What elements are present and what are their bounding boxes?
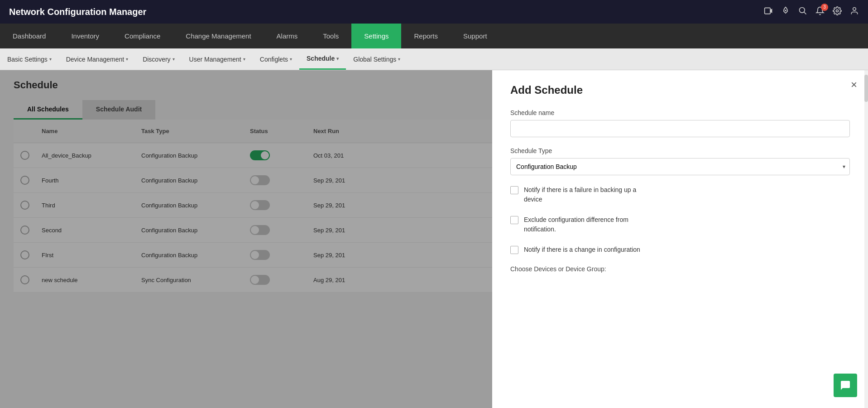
- top-icons: 3: [764, 6, 859, 18]
- chevron-down-icon: ▾: [126, 57, 128, 62]
- modal-title: Add Schedule: [510, 84, 850, 96]
- nav-reports[interactable]: Reports: [401, 24, 451, 48]
- svg-point-3: [800, 7, 805, 13]
- nav-change-management[interactable]: Change Management: [173, 24, 264, 48]
- checkbox-row-3: Notify if there is a change in configura…: [510, 245, 850, 254]
- rocket-icon[interactable]: [781, 6, 790, 18]
- schedule-name-group: Schedule name: [510, 109, 850, 137]
- scrollbar-track[interactable]: [864, 70, 868, 408]
- chevron-down-icon: ▾: [290, 57, 292, 62]
- schedule-name-label: Schedule name: [510, 109, 850, 116]
- schedule-type-group: Schedule Type Configuration Backup Sync …: [510, 147, 850, 175]
- subnav-schedule[interactable]: Schedule ▾: [299, 48, 346, 70]
- chevron-down-icon: ▾: [398, 57, 400, 62]
- user-icon[interactable]: [850, 6, 859, 18]
- top-bar: Network Configuration Manager 3: [0, 0, 868, 24]
- app-title: Network Configuration Manager: [9, 7, 146, 17]
- nav-inventory[interactable]: Inventory: [58, 24, 112, 48]
- subnav-user-management-label: User Management: [189, 56, 241, 63]
- add-schedule-modal: × Add Schedule Schedule name Schedule Ty…: [492, 70, 868, 408]
- checkbox-notify-change-label: Notify if there is a change in configura…: [524, 245, 640, 254]
- choose-devices-group: Choose Devices or Device Group:: [510, 265, 850, 273]
- schedule-type-select-wrap: Configuration Backup Sync Configuration …: [510, 158, 850, 175]
- svg-rect-0: [765, 8, 771, 14]
- schedule-name-input[interactable]: [510, 120, 850, 137]
- search-icon[interactable]: [798, 6, 807, 18]
- svg-point-2: [785, 10, 786, 11]
- checkbox-notify-change[interactable]: [510, 246, 518, 254]
- subnav-discovery[interactable]: Discovery ▾: [135, 48, 182, 70]
- checkbox-row-1: Notify if there is a failure in backing …: [510, 185, 850, 204]
- sub-nav: Basic Settings ▾ Device Management ▾ Dis…: [0, 48, 868, 70]
- nav-settings[interactable]: Settings: [351, 24, 401, 48]
- content-area: Schedule All Schedules Schedule Audit Na…: [0, 70, 868, 408]
- notification-count: 3: [821, 4, 828, 11]
- checkbox-exclude-diff-label: Exclude configuration difference fromnot…: [524, 215, 628, 234]
- subnav-global-settings[interactable]: Global Settings ▾: [346, 48, 408, 70]
- chevron-down-icon: ▾: [243, 57, 245, 62]
- video-icon[interactable]: [764, 6, 773, 18]
- schedule-type-label: Schedule Type: [510, 147, 850, 154]
- chat-button[interactable]: [834, 374, 857, 397]
- chevron-down-icon: ▾: [173, 57, 175, 62]
- bell-icon[interactable]: 3: [815, 6, 825, 18]
- nav-compliance[interactable]: Compliance: [112, 24, 173, 48]
- gear-icon[interactable]: [833, 6, 842, 18]
- subnav-basic-settings[interactable]: Basic Settings ▾: [0, 48, 59, 70]
- choose-devices-label: Choose Devices or Device Group:: [510, 265, 850, 273]
- svg-point-6: [853, 7, 856, 10]
- nav-support[interactable]: Support: [451, 24, 500, 48]
- checkbox-notify-failure-label: Notify if there is a failure in backing …: [524, 185, 636, 204]
- subnav-user-management[interactable]: User Management ▾: [182, 48, 253, 70]
- subnav-device-management[interactable]: Device Management ▾: [59, 48, 135, 70]
- subnav-global-settings-label: Global Settings: [353, 56, 396, 63]
- subnav-schedule-label: Schedule: [307, 55, 335, 62]
- main-nav: Dashboard Inventory Compliance Change Ma…: [0, 24, 868, 48]
- schedule-type-select[interactable]: Configuration Backup Sync Configuration …: [510, 158, 850, 175]
- modal-close-button[interactable]: ×: [851, 78, 857, 91]
- nav-dashboard[interactable]: Dashboard: [0, 24, 58, 48]
- checkbox-notify-failure[interactable]: [510, 186, 518, 194]
- scrollbar-thumb[interactable]: [864, 75, 868, 102]
- modal-overlay: × Add Schedule Schedule name Schedule Ty…: [0, 70, 868, 408]
- chevron-down-icon: ▾: [336, 56, 339, 61]
- nav-alarms[interactable]: Alarms: [264, 24, 311, 48]
- nav-tools[interactable]: Tools: [310, 24, 351, 48]
- subnav-basic-settings-label: Basic Settings: [7, 56, 48, 63]
- chevron-down-icon: ▾: [49, 57, 52, 62]
- subnav-device-management-label: Device Management: [66, 56, 124, 63]
- checkbox-exclude-diff[interactable]: [510, 216, 518, 224]
- svg-line-4: [804, 12, 806, 14]
- subnav-configlets-label: Configlets: [260, 56, 288, 63]
- svg-point-5: [836, 10, 839, 12]
- subnav-discovery-label: Discovery: [143, 56, 170, 63]
- checkbox-row-2: Exclude configuration difference fromnot…: [510, 215, 850, 234]
- subnav-configlets[interactable]: Configlets ▾: [253, 48, 299, 70]
